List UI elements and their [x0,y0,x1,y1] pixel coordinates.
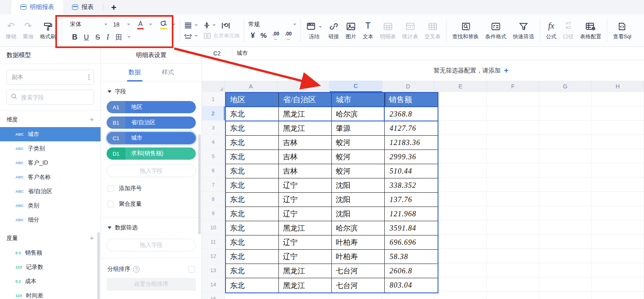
cell-H14[interactable] [591,277,644,292]
table-cell[interactable]: 510.44 [385,164,438,178]
cell-F15[interactable] [487,292,539,299]
cell-E13[interactable] [434,263,487,277]
cell-F2[interactable] [487,106,539,121]
horizontal-align-dropdown[interactable] [195,24,198,26]
cell-F11[interactable] [487,235,539,249]
fields-section-header[interactable]: 字段 [101,81,202,98]
add-measure-button[interactable]: + [90,235,94,242]
help-icon[interactable]: ? [133,266,140,273]
cell-E3[interactable] [434,121,487,135]
font-color-dropdown[interactable] [149,24,152,25]
column-header-A[interactable]: A [225,81,277,92]
cell-G7[interactable] [539,178,592,192]
sidebar-item-dimension[interactable]: ABC省/自治区 [0,184,101,198]
search-input[interactable] [20,94,81,101]
cell-H3[interactable] [591,121,644,135]
cell-F10[interactable] [487,220,539,235]
font-color-button[interactable]: A [134,20,147,30]
table-cell[interactable]: 黑龙江 [279,121,332,136]
freeze-dropdown[interactable] [319,26,322,28]
table-cell[interactable]: 东北 [226,178,279,193]
table-cell[interactable]: 七台河 [332,264,385,278]
cell-G1[interactable] [539,92,592,106]
column-header-E[interactable]: E [434,81,487,92]
cell-F4[interactable] [487,135,539,149]
select-all-corner[interactable] [202,81,225,92]
caliber-button[interactable]: +=×= 口径 [560,20,577,40]
add-filter-button[interactable]: + [504,66,508,75]
table-cell[interactable]: 哈尔滨 [332,107,385,121]
sidebar-item-dimension[interactable]: ABC城市 [0,127,101,141]
underline-button[interactable]: U [81,33,92,42]
cell-H15[interactable] [591,292,644,299]
add-sheet-button[interactable]: + [108,2,120,13]
text-button[interactable]: T 文本 [359,20,377,40]
cell-G3[interactable] [539,121,592,135]
table-cell[interactable]: 121.968 [385,207,438,221]
cell-E10[interactable] [434,220,487,235]
conditional-format-button[interactable]: 条件格式 [482,20,510,40]
table-cell[interactable]: 辽宁 [279,235,332,250]
field-pill[interactable]: B1省/自治区 [107,117,196,129]
table-cell[interactable]: 哈尔滨 [332,221,385,235]
table-cell[interactable]: 2606.8 [385,264,438,278]
table-cell[interactable]: 东北 [226,235,279,250]
cell-H1[interactable] [591,92,644,106]
document-tab[interactable]: 明细报表 [11,0,63,14]
table-cell[interactable]: 沈阳 [332,207,385,221]
table-cell[interactable]: 黑龙江 [279,221,332,235]
sidebar-item-measure[interactable]: 123记录数 [0,260,101,274]
cell-H8[interactable] [591,192,644,206]
field-drop-zone[interactable]: 拖入字段 [107,165,196,177]
field-pill[interactable]: D1求和(销售额) [107,147,196,160]
table-cell[interactable]: 东北 [226,150,279,164]
table-cell[interactable]: 137.76 [385,193,438,207]
table-cell[interactable]: 东北 [226,107,279,121]
table-cell[interactable]: 东北 [226,221,279,235]
cell-G4[interactable] [539,135,592,149]
cross-table-button[interactable]: 交叉表 [421,20,444,40]
cell-name-box[interactable]: C2 [202,47,232,60]
field-pill[interactable]: C1城市 [107,132,196,144]
table-header-cell[interactable]: 城市 [332,93,385,107]
sidebar-item-dimension[interactable]: ABC类别 [0,198,101,213]
tab-data[interactable]: 数据 [129,64,141,81]
detail-table-button[interactable]: 明细表 [377,20,399,40]
table-cell[interactable]: 叶柏寿 [332,235,385,250]
sidebar-scrollbar[interactable] [97,232,100,299]
sidebar-item-measure[interactable]: 123时间差 [0,288,101,299]
table-cell[interactable]: 803.04 [385,278,438,292]
table-cell[interactable]: 辽宁 [279,207,332,221]
cell-F14[interactable] [487,277,539,292]
model-select[interactable]: 副本 [7,70,94,85]
cell-E1[interactable] [434,92,487,106]
find-replace-button[interactable]: 查找和替换 [449,20,482,40]
group-sort-checkbox[interactable] [188,266,195,273]
cell-F9[interactable] [487,206,539,220]
cell-G12[interactable] [539,249,592,263]
table-cell[interactable]: 东北 [226,250,279,264]
table-cell[interactable]: 696.696 [385,235,438,250]
sidebar-item-dimension[interactable]: ABC客户名称 [0,170,101,184]
merge-cells-icon[interactable] [204,33,211,39]
cell-H5[interactable] [591,149,644,163]
row-header-8[interactable]: 8 [202,192,225,206]
row-header-10[interactable]: 10 [202,220,225,235]
table-cell[interactable]: 12183.36 [385,136,438,150]
table-cell[interactable]: 2999.36 [385,150,438,164]
cell-E2[interactable] [434,106,487,121]
cell-F7[interactable] [487,178,539,192]
table-cell[interactable]: 4127.76 [385,121,438,136]
cell-G2[interactable] [539,106,592,121]
row-header-9[interactable]: 9 [202,206,225,220]
table-cell[interactable]: 辽宁 [279,250,332,264]
cell-E4[interactable] [434,135,487,149]
row-header-13[interactable]: 13 [202,263,225,277]
add-dimension-button[interactable]: + [90,116,94,123]
cell-G10[interactable] [539,220,592,235]
column-header-F[interactable]: F [487,81,539,92]
document-tab[interactable]: 报表 [63,0,103,14]
fill-color-button[interactable] [157,20,170,30]
filter-drop-zone[interactable]: 拖入字段 [107,239,196,251]
set-group-sort-button[interactable]: 设置分组排序 [107,278,196,291]
